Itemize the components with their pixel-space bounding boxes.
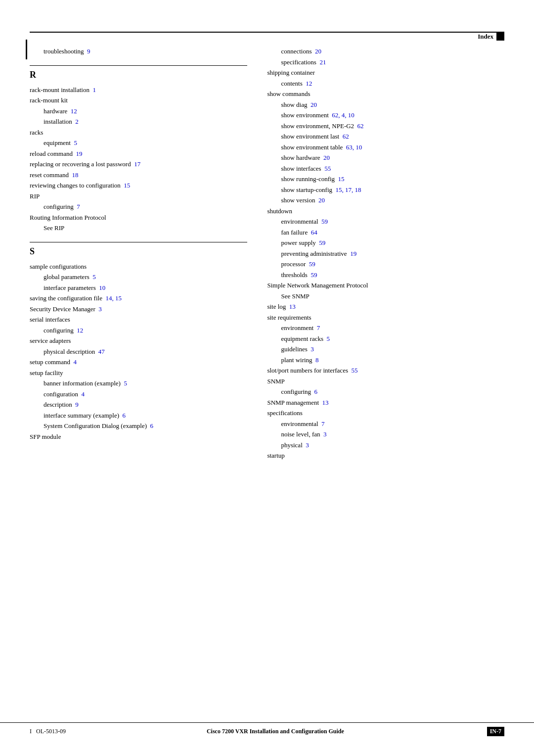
- entry-page[interactable]: 59: [319, 239, 325, 246]
- entry-text: show environment, NPE-G2: [281, 122, 357, 130]
- entry-text: replacing or recovering a lost password: [30, 160, 134, 168]
- entry-page[interactable]: 21: [319, 58, 326, 66]
- entry-reset-command: reset command 18: [30, 170, 247, 180]
- entry-sample-configurations: sample configurations: [30, 262, 247, 272]
- entry-page[interactable]: 62, 4, 10: [332, 111, 355, 119]
- entry-page[interactable]: 19: [76, 150, 83, 157]
- entry-text: thresholds: [281, 271, 311, 279]
- footer-right: IN-7: [485, 727, 504, 736]
- entry-text: plant wiring: [281, 356, 315, 364]
- entry-page[interactable]: 9: [75, 401, 79, 408]
- entry-page[interactable]: 7: [77, 203, 80, 210]
- entry-page[interactable]: 12: [77, 327, 83, 334]
- entry-page[interactable]: 12: [306, 80, 312, 87]
- entry-preventing-administrative: preventing administrative 19: [267, 249, 504, 259]
- entry-sfp-module: SFP module: [30, 432, 247, 442]
- entry-page[interactable]: 15, 17, 18: [336, 186, 361, 193]
- entry-page[interactable]: 59: [321, 218, 328, 225]
- entry-page[interactable]: 59: [309, 260, 315, 268]
- entry-page[interactable]: 9: [87, 47, 90, 55]
- entry-text: reviewing changes to configuration: [30, 182, 124, 189]
- entry-page[interactable]: 8: [315, 356, 319, 364]
- entry-text: environmental: [281, 420, 321, 427]
- entry-show-environment-last: show environment last 62: [267, 132, 504, 142]
- entry-text: environmental: [281, 218, 321, 225]
- entry-page[interactable]: 3: [311, 345, 314, 353]
- entry-page[interactable]: 15: [124, 182, 130, 189]
- entry-text: configuring: [281, 388, 314, 395]
- entry-reviewing-changes: reviewing changes to configuration 15: [30, 181, 247, 190]
- entry-page[interactable]: 62: [357, 122, 364, 130]
- entry-page[interactable]: 14, 15: [105, 294, 122, 302]
- entry-text: installation: [44, 118, 75, 125]
- entry-text: show startup-config: [281, 186, 335, 193]
- entry-show-environment-table: show environment table 63, 10: [267, 142, 504, 152]
- entry-text: guidelines: [281, 345, 311, 353]
- entry-page[interactable]: 18: [72, 171, 79, 179]
- entry-page[interactable]: 1: [92, 86, 96, 94]
- entry-troubleshooting: troubleshooting 9: [30, 47, 247, 56]
- entry-page[interactable]: 13: [322, 399, 329, 406]
- entry-page[interactable]: 4: [73, 358, 77, 366]
- entry-page[interactable]: 62: [343, 133, 349, 140]
- entry-page[interactable]: 20: [315, 47, 321, 55]
- entry-text: SFP module: [30, 433, 61, 440]
- entry-page[interactable]: 5: [74, 139, 77, 146]
- entry-text: RIP: [30, 192, 40, 200]
- entry-text: service adapters: [30, 337, 71, 344]
- entry-page[interactable]: 15: [338, 175, 345, 183]
- entry-page[interactable]: 4: [82, 390, 85, 398]
- entry-simple-network: Simple Network Management Protocol: [267, 281, 504, 290]
- entry-text: slot/port numbers for interfaces: [267, 367, 351, 374]
- entry-contents: contents 12: [267, 79, 504, 89]
- entry-text: equipment racks: [281, 335, 326, 342]
- entry-page[interactable]: 6: [123, 412, 126, 419]
- entry-physical-description: physical description 47: [30, 347, 247, 357]
- entry-equipment: equipment 5: [30, 138, 247, 148]
- entry-site-requirements: site requirements: [267, 313, 504, 323]
- entry-text: See SNMP: [281, 292, 309, 300]
- entry-text: rack-mount installation: [30, 86, 92, 94]
- entry-page[interactable]: 20: [311, 101, 317, 108]
- entry-page[interactable]: 3: [323, 430, 327, 438]
- entry-text: interface summary (example): [44, 412, 123, 419]
- entry-page[interactable]: 3: [98, 305, 102, 313]
- entry-page[interactable]: 19: [350, 250, 356, 257]
- entry-slot-port-numbers: slot/port numbers for interfaces 55: [267, 366, 504, 376]
- entry-page[interactable]: 3: [306, 441, 309, 449]
- entry-page[interactable]: 17: [134, 160, 140, 168]
- entry-show-version: show version 20: [267, 195, 504, 205]
- entry-rip: RIP: [30, 191, 247, 201]
- entry-page[interactable]: 12: [71, 107, 77, 115]
- entry-page[interactable]: 55: [351, 367, 357, 374]
- entry-page[interactable]: 7: [317, 324, 320, 331]
- entry-text: equipment: [44, 139, 74, 146]
- entry-page[interactable]: 6: [150, 422, 154, 429]
- entry-page[interactable]: 64: [311, 229, 317, 236]
- entry-page[interactable]: 5: [124, 379, 127, 387]
- entry-site-log: site log 13: [267, 302, 504, 312]
- entry-page[interactable]: 5: [92, 273, 96, 281]
- entry-interface-summary: interface summary (example) 6: [30, 411, 247, 421]
- entry-page[interactable]: 6: [314, 388, 318, 395]
- entry-page[interactable]: 59: [311, 271, 317, 279]
- entry-page[interactable]: 7: [321, 420, 325, 427]
- entry-page[interactable]: 5: [326, 335, 330, 342]
- entry-page[interactable]: 10: [99, 284, 105, 291]
- left-vertical-bar: [26, 40, 27, 59]
- entry-text: configuring: [44, 327, 77, 334]
- entry-processor: processor 59: [267, 259, 504, 269]
- entry-page[interactable]: 2: [75, 118, 79, 125]
- entry-page[interactable]: 13: [289, 303, 296, 310]
- entry-page[interactable]: 47: [98, 348, 105, 355]
- entry-text: SNMP: [267, 378, 284, 385]
- entry-page[interactable]: 20: [318, 196, 325, 204]
- entry-saving-config: saving the configuration file 14, 15: [30, 293, 247, 303]
- entry-page[interactable]: 20: [323, 154, 330, 161]
- entry-text: serial interfaces: [30, 316, 70, 323]
- section-s-divider: [30, 242, 247, 242]
- entry-page[interactable]: 55: [324, 165, 331, 172]
- entry-page[interactable]: 63, 10: [346, 143, 362, 151]
- entry-text: saving the configuration file: [30, 294, 105, 302]
- entry-text: show hardware: [281, 154, 323, 161]
